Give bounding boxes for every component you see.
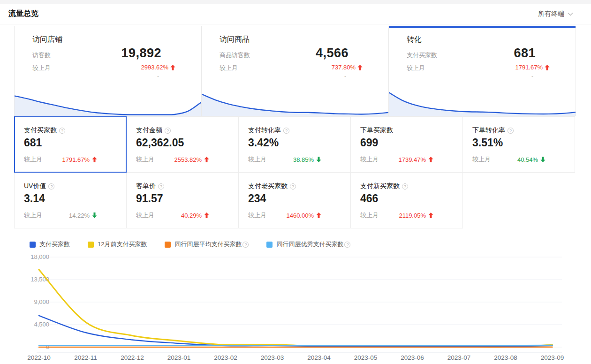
compare-label: 较上月 [136,211,154,220]
compare-sub-dash: - [157,73,159,79]
trend-line-chart[interactable]: 04,5009,00013,50018,0002022-102022-11202… [14,251,577,364]
chart-legend: 支付买家数 12月前支付买家数 同行同层平均支付买家数 ? 同行同层优秀支付买家… [30,240,368,249]
arrow-up-icon [428,212,433,218]
svg-text:2023-09: 2023-09 [541,354,564,361]
overview-card-visit-product[interactable]: 访问商品 商品访客数 4,566 较上月 737.80% - [201,26,389,116]
metric-card-pay-buyers[interactable]: 支付买家数 ? 681 较上月 1791.67% [14,116,127,173]
metric-card-title: 支付新买家数 [360,182,400,190]
metric-card-order-buyers[interactable]: 下单买家数 699 较上月 1739.47% [350,116,463,173]
sparkline-chart [389,89,576,116]
metric-card-uv-value[interactable]: UV价值 ? 3.14 较上月 14.22% [14,172,127,228]
card-title: 转化 [407,35,422,45]
metric-card-value: 3.14 [24,192,45,205]
metric-label: 商品访客数 [220,51,250,60]
compare-label: 较上月 [248,211,266,220]
info-icon[interactable]: ? [48,183,54,190]
compare-label: 较上月 [136,155,154,164]
svg-text:2023-04: 2023-04 [307,354,331,361]
info-icon[interactable]: ? [508,128,514,134]
svg-text:4,500: 4,500 [34,321,49,328]
overview-card-conversion[interactable]: 转化 支付买家数 681 较上月 1791.67% - [388,26,576,116]
header-bar: 流量总览 所有终端 [0,4,591,24]
compare-sub-dash: - [344,73,346,79]
change-value: 1791.67% [62,156,97,163]
info-icon[interactable]: ? [290,183,296,190]
info-icon[interactable]: ? [59,128,65,134]
legend-item-pay-buyers-12m-ago[interactable]: 12月前支付买家数 [88,240,147,249]
metric-card-value: 234 [248,192,266,205]
legend-item-pay-buyers[interactable]: 支付买家数 [30,240,70,249]
arrow-up-icon [545,65,550,70]
compare-label: 较上月 [360,155,379,164]
terminal-selector-label: 所有终端 [538,10,564,18]
arrow-up-icon [428,157,433,162]
change-value: 14.22% [69,212,97,219]
info-icon[interactable]: ? [402,183,408,190]
metric-value: 19,892 [121,46,161,61]
compare-sub-dash: - [531,73,533,79]
compare-label: 较上月 [360,211,379,220]
change-value: 1791.67% [515,64,550,71]
overview-cards-row: 访问店铺 访客数 19,892 较上月 2993.62% - 访问商品 商品访客… [14,26,576,116]
change-value: 2119.05% [399,212,433,219]
terminal-selector[interactable]: 所有终端 [538,10,573,18]
overview-card-visit-shop[interactable]: 访问店铺 访客数 19,892 较上月 2993.62% - [14,26,202,116]
metric-card-pay-new-buyers[interactable]: 支付新买家数 ? 466 较上月 2119.05% [350,172,463,228]
card-title: 访问店铺 [32,35,62,45]
compare-label: 较上月 [32,64,51,72]
metric-card-order-conversion-rate[interactable]: 下单转化率 ? 3.51% 较上月 40.54% [462,116,575,173]
metric-card-value: 681 [24,136,42,149]
svg-text:2023-02: 2023-02 [214,354,237,361]
svg-text:2023-06: 2023-06 [401,354,424,361]
info-icon[interactable]: ? [242,242,249,248]
metric-card-title: 客单价 [136,182,156,190]
arrow-up-icon [170,65,175,70]
svg-text:2022-12: 2022-12 [121,354,144,361]
svg-text:2023-05: 2023-05 [354,354,378,361]
metric-card-pay-amount[interactable]: 支付金额 ? 62,362.05 较上月 2553.82% [126,116,239,173]
metric-value: 4,566 [316,46,349,61]
legend-item-peer-average[interactable]: 同行同层平均支付买家数 ? [165,240,249,249]
arrow-up-icon [92,157,97,162]
svg-text:2023-03: 2023-03 [261,354,284,361]
info-icon[interactable]: ? [165,128,171,134]
info-icon[interactable]: ? [283,128,289,134]
metric-card-title: UV价值 [24,182,46,190]
legend-swatch [30,242,36,248]
metric-cards-grid: 支付买家数 ? 681 较上月 1791.67% 支付金额 ? 62,362.0… [14,116,575,228]
arrow-up-icon [316,212,321,218]
change-value: 737.80% [332,64,363,71]
svg-text:9,000: 9,000 [34,298,49,305]
metric-value: 681 [514,46,536,61]
metric-card-value: 91.57 [136,192,163,205]
metric-card-title: 下单买家数 [360,126,393,135]
compare-label: 较上月 [472,155,491,164]
card-title: 访问商品 [220,35,250,45]
info-icon[interactable]: ? [158,183,164,190]
page-title: 流量总览 [8,9,38,19]
metric-card-value: 3.42% [248,136,279,149]
metric-row-2: UV价值 ? 3.14 较上月 14.22% 客单价 ? 91.57 较上月 [14,172,575,228]
change-value: 2553.82% [174,156,209,163]
chevron-down-icon [568,12,573,16]
metric-card-avg-order-value[interactable]: 客单价 ? 91.57 较上月 40.29% [126,172,239,228]
arrow-down-icon [540,157,546,162]
metric-card-pay-old-buyers[interactable]: 支付老买家数 ? 234 较上月 1460.00% [238,172,351,228]
arrow-down-icon [92,212,97,218]
change-value: 40.29% [181,212,209,219]
svg-text:2022-10: 2022-10 [27,354,51,361]
legend-item-peer-excellent[interactable]: 同行同层优秀支付买家数 ? [266,240,350,249]
svg-text:2022-11: 2022-11 [74,354,97,361]
sparkline-chart [15,89,201,116]
arrow-down-icon [316,157,321,162]
metric-card-title: 支付买家数 [24,126,57,135]
metric-card-pay-conversion-rate[interactable]: 支付转化率 ? 3.42% 较上月 38.85% [238,116,351,173]
svg-text:2023-01: 2023-01 [167,354,191,361]
change-value: 38.85% [293,156,321,163]
svg-text:2023-07: 2023-07 [447,354,471,361]
info-icon[interactable]: ? [344,242,350,248]
metric-card-value: 3.51% [472,136,503,149]
compare-label: 较上月 [220,64,238,72]
change-value: 2993.62% [141,64,175,71]
arrow-up-icon [204,157,209,162]
